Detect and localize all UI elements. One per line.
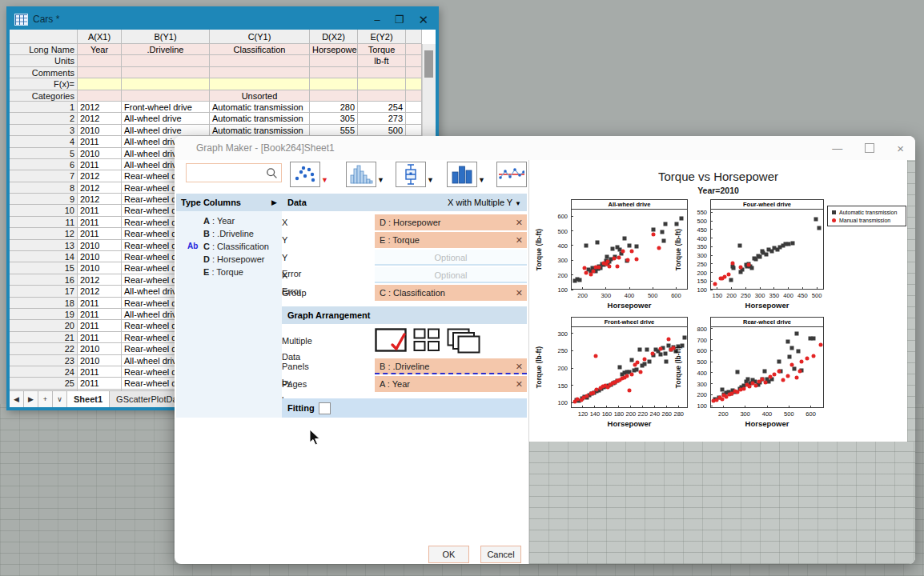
meta-cell[interactable] xyxy=(122,90,210,102)
field-x-error[interactable]: Optional xyxy=(375,267,527,283)
dialog-minimize-icon[interactable]: — xyxy=(832,142,842,154)
spreadsheet-cell[interactable]: 2010 xyxy=(78,355,122,366)
sheet-nav-button[interactable]: ◀ xyxy=(10,391,24,407)
spreadsheet-cell[interactable]: 2012 xyxy=(78,182,122,194)
scatter-dropdown-arrow[interactable]: ▼ xyxy=(321,176,328,184)
spreadsheet-cell[interactable]: Automatic transmission xyxy=(210,125,310,136)
column-header[interactable]: B(Y1) xyxy=(122,30,210,44)
row-number[interactable]: 16 xyxy=(10,274,78,286)
spreadsheet-cell[interactable]: 2011 xyxy=(78,136,122,147)
spreadsheet-cell[interactable]: 2011 xyxy=(78,228,122,239)
meta-cell[interactable] xyxy=(122,67,210,78)
meta-cell[interactable] xyxy=(78,78,122,90)
ok-button[interactable]: OK xyxy=(428,546,469,563)
worksheet-minimize-icon[interactable]: – xyxy=(375,14,380,25)
row-number[interactable]: 15 xyxy=(10,262,78,274)
multiple-data-single-option[interactable] xyxy=(375,328,407,352)
spreadsheet-cell[interactable]: 2011 xyxy=(78,332,122,343)
histogram-dropdown-arrow[interactable]: ▼ xyxy=(377,176,384,184)
meta-cell[interactable]: Horsepower xyxy=(310,44,358,55)
row-number[interactable]: 4 xyxy=(10,136,78,147)
field-y[interactable]: E : Torque✕ xyxy=(375,232,527,248)
column-header[interactable]: E(Y2) xyxy=(358,30,406,44)
spreadsheet-cell[interactable]: 305 xyxy=(310,113,358,124)
sheet-nav-button[interactable]: ▶ xyxy=(24,391,38,407)
plot-type-column-button[interactable] xyxy=(447,162,477,187)
row-number[interactable]: 2 xyxy=(10,113,78,124)
remove-field-icon[interactable]: ✕ xyxy=(516,214,523,230)
spreadsheet-cell[interactable]: 500 xyxy=(358,125,406,136)
meta-cell[interactable] xyxy=(358,67,406,78)
search-input[interactable] xyxy=(186,163,282,182)
spreadsheet-cell[interactable]: 273 xyxy=(358,113,406,124)
spreadsheet-cell[interactable]: 2011 xyxy=(78,217,122,228)
column-header[interactable]: D(X2) xyxy=(310,30,358,44)
row-number[interactable]: 21 xyxy=(10,332,78,343)
row-number[interactable]: 17 xyxy=(10,286,78,297)
cancel-button[interactable]: Cancel xyxy=(480,546,521,563)
meta-cell[interactable] xyxy=(210,67,310,78)
spreadsheet-cell[interactable]: 2012 xyxy=(78,286,122,297)
multiple-data-pages-option[interactable] xyxy=(447,328,480,354)
meta-cell[interactable] xyxy=(310,90,358,102)
spreadsheet-cell[interactable]: 2011 xyxy=(78,309,122,320)
type-columns-expand-icon[interactable]: ▶ xyxy=(271,198,277,206)
spreadsheet-cell[interactable]: 2010 xyxy=(78,262,122,274)
meta-cell[interactable] xyxy=(78,90,122,102)
row-label[interactable]: Long Name xyxy=(10,44,78,55)
field-group[interactable]: C : Classification✕ xyxy=(375,285,527,301)
meta-cell[interactable]: Classification xyxy=(210,44,310,55)
meta-cell[interactable] xyxy=(358,90,406,102)
row-number[interactable]: 22 xyxy=(10,343,78,354)
meta-cell[interactable] xyxy=(122,55,210,66)
spreadsheet-cell[interactable]: 2010 xyxy=(78,343,122,354)
column-header[interactable]: C(Y1) xyxy=(210,30,310,44)
row-number[interactable]: 10 xyxy=(10,205,78,216)
row-number[interactable]: 1 xyxy=(10,102,78,113)
row-number[interactable]: 20 xyxy=(10,320,78,331)
remove-pages-by-icon[interactable]: ✕ xyxy=(516,376,523,392)
row-number[interactable]: 14 xyxy=(10,251,78,262)
meta-cell[interactable] xyxy=(358,78,406,90)
meta-cell[interactable] xyxy=(210,78,310,90)
row-number[interactable]: 3 xyxy=(10,125,78,136)
meta-cell[interactable] xyxy=(78,55,122,66)
row-number[interactable]: 18 xyxy=(10,298,78,309)
column-dropdown-arrow[interactable]: ▼ xyxy=(478,176,485,184)
spreadsheet-cell[interactable]: 2011 xyxy=(78,159,122,170)
meta-cell[interactable] xyxy=(122,78,210,90)
spreadsheet-cell[interactable]: 2012 xyxy=(78,194,122,205)
spreadsheet-cell[interactable]: 2011 xyxy=(78,378,122,389)
row-number[interactable]: 9 xyxy=(10,194,78,205)
remove-field-icon[interactable]: ✕ xyxy=(516,285,523,301)
row-number[interactable]: 19 xyxy=(10,309,78,320)
spreadsheet-cell[interactable]: 2012 xyxy=(78,113,122,124)
spreadsheet-cell[interactable]: 2010 xyxy=(78,251,122,262)
dialog-maximize-icon[interactable] xyxy=(865,143,874,153)
spreadsheet-cell[interactable]: 2011 xyxy=(78,320,122,331)
meta-cell[interactable] xyxy=(310,67,358,78)
plot-mode-dropdown[interactable]: X with Multiple Y ▼ xyxy=(448,198,521,207)
row-number[interactable]: 6 xyxy=(10,159,78,170)
fitting-checkbox[interactable] xyxy=(319,402,331,414)
spreadsheet-cell[interactable]: All-wheel drive xyxy=(122,125,210,136)
spreadsheet-cell[interactable]: Automatic transmission xyxy=(210,113,310,124)
meta-cell[interactable]: .Driveline xyxy=(122,44,210,55)
spreadsheet-cell[interactable]: 2010 xyxy=(78,240,122,251)
column-header[interactable]: A(X1) xyxy=(78,30,122,44)
row-number[interactable]: 25 xyxy=(10,378,78,389)
field-y-error[interactable]: Optional xyxy=(375,250,527,266)
field-x[interactable]: D : Horsepower✕ xyxy=(375,214,527,230)
row-number[interactable]: 8 xyxy=(10,182,78,194)
spreadsheet-cell[interactable]: Front-wheel drive xyxy=(122,102,210,113)
meta-cell[interactable] xyxy=(310,78,358,90)
row-label[interactable]: Categories xyxy=(10,90,78,102)
sheet-nav-button[interactable]: ∨ xyxy=(53,391,67,407)
worksheet-maximize-icon[interactable]: ❐ xyxy=(395,14,404,25)
row-number[interactable]: 5 xyxy=(10,148,78,159)
spreadsheet-cell[interactable]: 2010 xyxy=(78,125,122,136)
spreadsheet-cell[interactable]: 2011 xyxy=(78,298,122,309)
worksheet-close-icon[interactable]: ✕ xyxy=(418,14,428,26)
spreadsheet-cell[interactable]: Automatic transmission xyxy=(210,102,310,113)
worksheet-titlebar[interactable]: Cars * – ❐ ✕ xyxy=(9,9,436,30)
